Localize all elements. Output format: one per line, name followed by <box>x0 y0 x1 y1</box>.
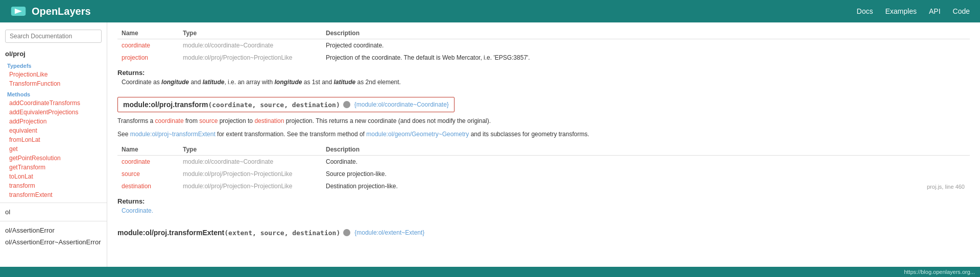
param-name-source[interactable]: source <box>122 170 140 178</box>
sidebar-divider <box>0 203 107 203</box>
param-desc-dest: Destination projection-like. <box>326 183 398 190</box>
param-desc-source: Source projection-like. <box>326 170 387 178</box>
sidebar-item-transformfunction[interactable]: TransformFunction <box>0 79 107 88</box>
param-type-link-source[interactable]: module:ol/proj/Projection~ProjectionLike <box>183 170 292 178</box>
param-type-projection: module:ol/proj/Projection~ProjectionLike <box>183 54 292 61</box>
sidebar-item-fromlonlat[interactable]: fromLonLat <box>0 135 107 144</box>
sidebar-item-equivalent[interactable]: equivalent <box>0 126 107 135</box>
nav-api[interactable]: API <box>929 7 941 15</box>
statusbar: https://blog.openlayers.org... <box>0 267 980 277</box>
sidebar-item-addcoordinatetransforms[interactable]: addCoordinateTransforms <box>0 98 107 108</box>
param-type-coord2: module:ol/coordinate~Coordinate <box>183 158 273 165</box>
function-box-transform: module:ol/proj.transform(coordinate, sou… <box>117 97 455 112</box>
table-row: projection module:ol/proj/Projection~Pro… <box>117 52 970 64</box>
function-box-transformextent: module:ol/proj.transformExtent(extent, s… <box>117 225 424 240</box>
sidebar: ol/proj Typedefs ProjectionLike Transfor… <box>0 22 107 267</box>
param-type-link-coord2[interactable]: module:ol/coordinate~Coordinate <box>183 158 273 165</box>
fn-module-name2: module:ol/proj.transformExtent <box>117 229 224 237</box>
sidebar-module-assertionerror[interactable]: ol/AssertionError <box>0 224 107 236</box>
returns-text-content-1: Coordinate as longitude and latitude, i.… <box>122 79 401 86</box>
see-link-geometry[interactable]: module:ol/geom/Geometry~Geometry <box>366 131 469 138</box>
sidebar-module-ol[interactable]: ol <box>0 206 107 218</box>
main-layout: ol/proj Typedefs ProjectionLike Transfor… <box>0 22 980 267</box>
logo-icon <box>10 3 27 19</box>
returns-text-2: Coordinate. <box>117 207 970 214</box>
param-name-coord2[interactable]: coordinate <box>122 158 150 165</box>
table-row: coordinate module:ol/coordinate~Coordina… <box>117 156 970 168</box>
nav-examples[interactable]: Examples <box>885 7 916 15</box>
sidebar-module-proj: ol/proj <box>0 48 107 60</box>
table-row: source module:ol/proj/Projection~Project… <box>117 168 970 180</box>
fn-return-link2[interactable]: {module:ol/extent~Extent} <box>354 229 424 236</box>
col-header-name2: Name <box>117 144 179 156</box>
param-name-dest[interactable]: destination <box>122 183 151 190</box>
param-type-dest: module:ol/proj/Projection~ProjectionLike <box>183 183 292 190</box>
param-type-link-dest[interactable]: module:ol/proj/Projection~ProjectionLike <box>183 183 292 190</box>
nav-code[interactable]: Code <box>953 7 970 15</box>
table-row: coordinate module:ol/coordinate~Coordina… <box>117 39 970 52</box>
app-header: OpenLayers Docs Examples API Code <box>0 0 980 22</box>
logo-text: OpenLayers <box>32 6 91 17</box>
param-desc-coord2: Coordinate. <box>326 158 357 165</box>
function-name-transform: module:ol/proj.transform(coordinate, sou… <box>123 100 340 109</box>
returns-coord-text: Coordinate. <box>122 207 153 214</box>
line-ref-transform: proj.js, line 460 <box>927 184 965 190</box>
main-nav: Docs Examples API Code <box>857 7 970 15</box>
param-desc-projection: Projection of the coordinate. The defaul… <box>326 54 530 61</box>
table-row: destination module:ol/proj/Projection~Pr… <box>117 180 970 192</box>
sidebar-section-typedefs: Typedefs <box>0 62 107 70</box>
sidebar-item-gettransform[interactable]: getTransform <box>0 163 107 172</box>
col-header-type2: Type <box>179 144 322 156</box>
param-type-coordinate: module:ol/coordinate~Coordinate <box>183 42 273 49</box>
sidebar-item-addprojection[interactable]: addProjection <box>0 117 107 126</box>
sidebar-section-methods: Methods <box>0 90 107 98</box>
col-header-desc2: Description <box>322 144 970 156</box>
col-header-desc: Description <box>322 28 970 39</box>
sidebar-item-tolonlat[interactable]: toLonLat <box>0 172 107 181</box>
fn-params2: (extent, source, destination) <box>224 229 340 237</box>
sidebar-module-assertionerror2[interactable]: ol/AssertionError~AssertionError <box>0 236 107 248</box>
statusbar-text: https://blog.openlayers.org... <box>904 269 975 275</box>
fn-return-link[interactable]: {module:ol/coordinate~Coordinate} <box>354 101 449 108</box>
returns-label-1: Returns: <box>117 69 970 77</box>
returns-text-1: Coordinate as longitude and latitude, i.… <box>117 79 970 86</box>
nav-docs[interactable]: Docs <box>857 7 873 15</box>
main-content: Name Type Description coordinate module:… <box>107 22 980 267</box>
returns-label-2: Returns: <box>117 197 970 205</box>
search-input[interactable] <box>5 30 102 43</box>
sidebar-item-addequivalentprojections[interactable]: addEquivalentProjections <box>0 108 107 117</box>
fn-desc-transform: Transforms a coordinate from source proj… <box>117 116 970 125</box>
see-link-transformextent[interactable]: module:ol/proj~transformExtent <box>130 131 216 138</box>
param-type-link-projection[interactable]: module:ol/proj/Projection~ProjectionLike <box>183 54 292 61</box>
fn-params: (coordinate, source, destination) <box>208 101 340 109</box>
param-desc-coordinate: Projected coordinate. <box>326 42 384 49</box>
logo: OpenLayers <box>10 3 91 19</box>
col-header-type: Type <box>179 28 322 39</box>
param-name-coordinate[interactable]: coordinate <box>122 42 150 49</box>
sidebar-item-getpointresolution[interactable]: getPointResolution <box>0 154 107 163</box>
sidebar-item-projectionlike[interactable]: ProjectionLike <box>0 70 107 79</box>
param-type-link-coordinate[interactable]: module:ol/coordinate~Coordinate <box>183 42 273 49</box>
param-type-source: module:ol/proj/Projection~ProjectionLike <box>183 170 292 178</box>
sidebar-item-get[interactable]: get <box>0 144 107 154</box>
function-name-transformextent: module:ol/proj.transformExtent(extent, s… <box>117 229 340 237</box>
params-table-transform: Name Type Description coordinate module:… <box>117 144 970 192</box>
sidebar-item-transform[interactable]: transform <box>0 181 107 190</box>
fn-see-transform: See module:ol/proj~transformExtent for e… <box>117 130 970 139</box>
fn-module-name: module:ol/proj.transform <box>123 100 208 109</box>
col-header-name: Name <box>117 28 179 39</box>
fn-circle-icon2 <box>343 229 350 236</box>
sidebar-divider2 <box>0 221 107 221</box>
fn-circle-icon <box>343 101 350 108</box>
param-name-projection[interactable]: projection <box>122 54 148 61</box>
sidebar-item-transformextent[interactable]: transformExtent <box>0 190 107 199</box>
params-table-tolonlat: Name Type Description coordinate module:… <box>117 28 970 64</box>
